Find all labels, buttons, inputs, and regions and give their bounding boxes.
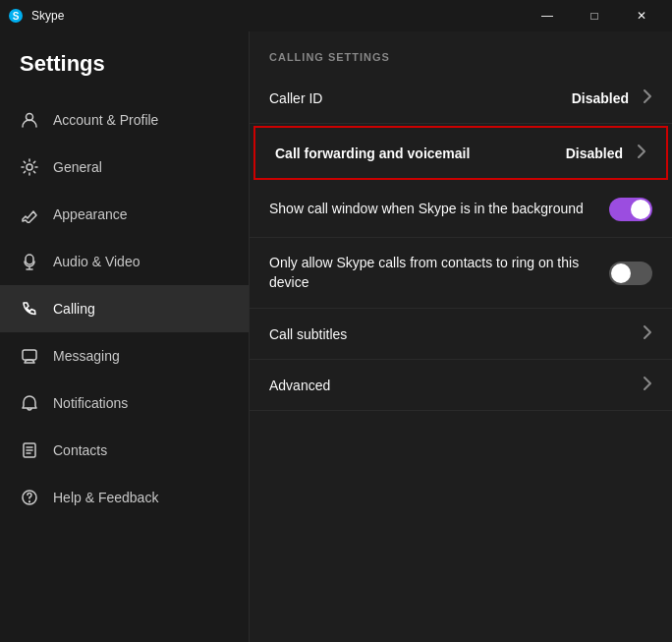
chevron-icon-call-subtitles (643, 324, 652, 343)
sidebar-item-help[interactable]: Help & Feedback (0, 474, 249, 521)
sidebar-item-messaging[interactable]: Messaging (0, 332, 249, 379)
sidebar-item-general[interactable]: General (0, 144, 249, 191)
sidebar-item-contacts[interactable]: Contacts (0, 427, 249, 474)
notifications-icon (20, 393, 39, 413)
setting-right-caller-id: Disabled (572, 88, 652, 107)
app-body: Settings Account & ProfileGeneralAppeara… (0, 31, 672, 642)
main-content: CALLING SETTINGS Caller IDDisabledCall f… (249, 31, 672, 642)
setting-row-show-call-window[interactable]: Show call window when Skype is in the ba… (250, 182, 672, 238)
sidebar-heading: Settings (0, 41, 249, 96)
sidebar-item-label-audio-video: Audio & Video (53, 254, 140, 269)
chevron-icon-advanced (643, 376, 652, 394)
setting-value-call-forwarding: Disabled (566, 146, 623, 161)
setting-row-caller-id[interactable]: Caller IDDisabled (250, 73, 672, 124)
app-icon: S (8, 8, 24, 24)
setting-right-advanced (643, 376, 652, 394)
appearance-icon (20, 204, 39, 224)
sidebar: Settings Account & ProfileGeneralAppeara… (0, 31, 249, 642)
window-controls: — □ ✕ (525, 0, 664, 31)
sidebar-item-audio-video[interactable]: Audio & Video (0, 238, 249, 285)
setting-row-call-forwarding[interactable]: Call forwarding and voicemailDisabled (253, 126, 668, 180)
svg-rect-4 (23, 350, 36, 360)
sidebar-item-account[interactable]: Account & Profile (0, 96, 249, 144)
svg-point-3 (27, 164, 32, 170)
section-header: CALLING SETTINGS (250, 31, 672, 73)
chevron-icon-caller-id (643, 88, 652, 107)
sidebar-item-label-calling: Calling (53, 301, 95, 317)
setting-row-advanced[interactable]: Advanced (250, 360, 672, 411)
general-icon (20, 157, 39, 177)
sidebar-item-label-appearance: Appearance (53, 206, 128, 222)
toggle-thumb-show-call-window (631, 200, 650, 219)
setting-right-call-subtitles (643, 324, 652, 343)
account-icon (20, 110, 39, 130)
chevron-icon-call-forwarding (637, 144, 646, 162)
calling-icon (20, 299, 39, 319)
setting-right-call-forwarding: Disabled (566, 144, 646, 162)
toggle-show-call-window[interactable] (609, 198, 652, 221)
toggle-only-allow-calls[interactable] (609, 262, 652, 285)
setting-row-call-subtitles[interactable]: Call subtitles (250, 309, 672, 360)
toggle-thumb-only-allow-calls (611, 263, 631, 283)
sidebar-item-label-notifications: Notifications (53, 395, 128, 411)
setting-right-only-allow-calls (609, 262, 652, 285)
help-icon (20, 488, 39, 507)
close-button[interactable]: ✕ (619, 0, 664, 31)
contacts-icon (20, 440, 39, 460)
settings-list: Caller IDDisabledCall forwarding and voi… (250, 73, 672, 411)
minimize-button[interactable]: — (525, 0, 570, 31)
audio-video-icon (20, 252, 39, 271)
setting-label-caller-id: Caller ID (269, 90, 572, 106)
sidebar-item-label-contacts: Contacts (53, 442, 107, 458)
setting-label-call-subtitles: Call subtitles (269, 326, 643, 342)
messaging-icon (20, 346, 39, 366)
window-title: Skype (31, 9, 525, 23)
setting-label-advanced: Advanced (269, 378, 643, 393)
svg-text:S: S (13, 11, 20, 22)
setting-value-caller-id: Disabled (572, 90, 629, 106)
sidebar-item-label-help: Help & Feedback (53, 490, 158, 505)
sidebar-item-notifications[interactable]: Notifications (0, 379, 249, 427)
setting-label-call-forwarding: Call forwarding and voicemail (275, 146, 566, 161)
setting-row-only-allow-calls[interactable]: Only allow Skype calls from contacts to … (250, 238, 672, 309)
sidebar-item-label-general: General (53, 159, 102, 175)
sidebar-item-label-account: Account & Profile (53, 112, 158, 128)
sidebar-nav: Account & ProfileGeneralAppearanceAudio … (0, 96, 249, 521)
sidebar-item-appearance[interactable]: Appearance (0, 191, 249, 238)
sidebar-item-label-messaging: Messaging (53, 348, 120, 364)
sidebar-item-calling[interactable]: Calling (0, 285, 249, 332)
maximize-button[interactable]: □ (572, 0, 617, 31)
setting-label-only-allow-calls: Only allow Skype calls from contacts to … (269, 254, 609, 292)
setting-label-show-call-window: Show call window when Skype is in the ba… (269, 200, 609, 219)
setting-right-show-call-window (609, 198, 652, 221)
title-bar: S Skype — □ ✕ (0, 0, 672, 31)
